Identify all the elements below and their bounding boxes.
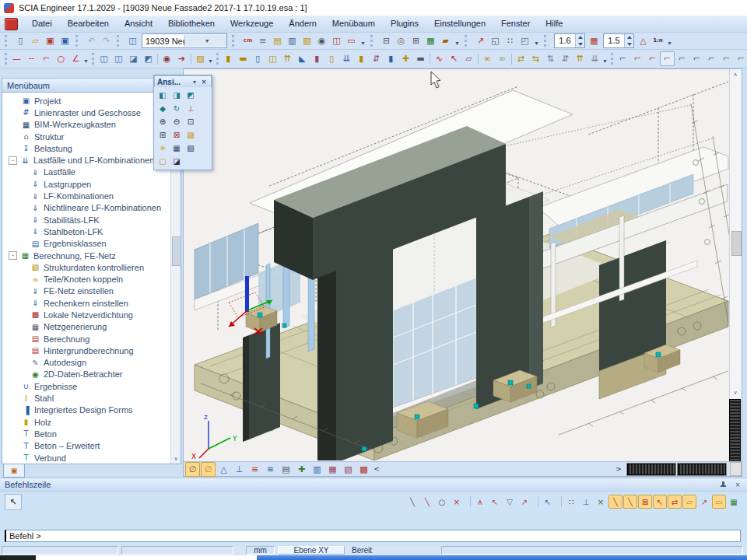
rigid-connection-icon[interactable]: ⌐	[660, 51, 675, 66]
calculator-icon[interactable]: ⊞	[409, 33, 423, 48]
shading-toggle-icon[interactable]: ∅	[185, 462, 200, 477]
column-2-icon[interactable]: ▯	[251, 51, 265, 66]
tree-item-fe-netz-einstellen[interactable]: ⇓FE-Netz einstellen	[2, 285, 181, 297]
project-window-icon[interactable]	[5, 18, 18, 30]
tree-item-ergebnisse[interactable]: ∪Ergebnisse	[2, 380, 181, 392]
view-save-icon[interactable]: ▨	[184, 128, 198, 142]
print-preview-icon[interactable]: ◎	[394, 33, 409, 48]
selection-mode-button[interactable]: ↖	[5, 494, 22, 510]
snap-segment-icon[interactable]: ↗	[517, 495, 531, 509]
toolbar-grip[interactable]	[75, 35, 82, 47]
hinge-2-icon[interactable]: ⌐	[630, 51, 645, 66]
redo-icon[interactable]: ↷	[99, 33, 114, 48]
column-head-icon[interactable]: ▮	[384, 51, 398, 66]
move-3d-icon[interactable]: ↗	[473, 33, 488, 48]
copy-up-icon[interactable]: ⇅	[543, 51, 558, 66]
view-x-icon[interactable]: ◧	[156, 89, 170, 102]
viewport-scroll-up-icon[interactable]: ∧	[731, 70, 740, 79]
status-plane[interactable]: Ebene XY	[278, 546, 345, 555]
dimension-display-icon[interactable]: ≋	[263, 462, 278, 477]
multi-copy-icon[interactable]: ⇈	[573, 51, 587, 66]
animation-bar-2[interactable]	[678, 464, 726, 475]
snap-edge-icon[interactable]: ↖	[653, 495, 667, 509]
load-scale-stepper[interactable]: 1.6	[554, 33, 585, 48]
animation-bar-1[interactable]	[627, 464, 675, 475]
load-display-icon[interactable]: ⊥	[232, 462, 247, 477]
mirror-icon[interactable]: ⇊	[587, 51, 602, 66]
stepper-buttons[interactable]	[575, 34, 584, 47]
toolbar-grip[interactable]	[465, 35, 471, 47]
section-display-icon[interactable]: ▥	[310, 462, 324, 477]
shell-icon[interactable]: ▮	[354, 51, 369, 66]
column-icon[interactable]: ▮	[221, 51, 236, 66]
plate-icon[interactable]: ▮	[310, 51, 324, 66]
workspace-layout-icon[interactable]: ◫	[125, 33, 140, 48]
tree-item-berechnung[interactable]: ▤Berechnung	[2, 333, 181, 345]
toolbar-overflow-icon[interactable]: ▼	[83, 52, 89, 65]
command-input[interactable]: Befehl >	[5, 530, 741, 542]
table-input-icon[interactable]: ▦	[727, 495, 741, 509]
tree-item-2d-daten-betrachter[interactable]: ◉2D-Daten-Betrachter	[2, 369, 181, 380]
snap-polygon-icon[interactable]: ▽	[503, 495, 517, 509]
toolbar-overflow-icon[interactable]: ▼	[208, 52, 213, 65]
section-box-icon[interactable]: ◰	[517, 33, 532, 48]
viewport-scroll-thumb[interactable]	[731, 231, 742, 256]
rib-icon[interactable]: ⇈	[280, 51, 295, 66]
toolbar-grip[interactable]	[5, 35, 11, 47]
copy-prop-icon[interactable]: ◪	[126, 51, 141, 66]
opening-icon[interactable]: ⇊	[339, 51, 354, 66]
tree-item-beton-erweitert[interactable]: TBeton – Erweitert	[2, 440, 181, 452]
tree-item-beton[interactable]: TBeton	[2, 428, 181, 439]
clipboard-icon[interactable]: ▧	[300, 33, 314, 48]
point-grid-icon[interactable]: ∷	[503, 33, 517, 48]
surface-display-icon[interactable]: ▤	[279, 462, 293, 477]
menubaum-tab[interactable]: ▣	[3, 464, 25, 478]
tree-item-berechnung-fe-netz[interactable]: -▦Berechnung, FE-Netz	[2, 250, 181, 261]
toolbar-grip[interactable]	[92, 53, 94, 65]
selection-cursor-icon[interactable]: ↖	[541, 495, 555, 509]
ucs-icon[interactable]: ⊥	[184, 102, 198, 115]
search-members-icon[interactable]: ∞	[480, 51, 495, 66]
search-nodes-icon[interactable]: ∞	[495, 51, 510, 66]
toolbar-grip[interactable]	[232, 35, 238, 47]
load-scale-icon[interactable]: ▦	[587, 33, 601, 48]
tree-item-holz[interactable]: ▮Holz	[2, 416, 181, 428]
menu-menübaum[interactable]: Menübaum	[324, 16, 383, 32]
tree-scroll-down-icon[interactable]: ∨	[171, 454, 181, 464]
tree-item-lokale-netzverdichtung[interactable]: ▩Lokale Netzverdichtung	[2, 309, 181, 320]
zoom-document-icon[interactable]: ◱	[488, 33, 503, 48]
menu-bearbeiten[interactable]: Bearbeiten	[60, 16, 117, 32]
connection-pin-icon[interactable]: ⌐	[689, 51, 704, 66]
tree-item-stahlbeton-lfk[interactable]: ⇓Stahlbeton-LFK	[2, 226, 181, 237]
palette-collapse-icon[interactable]: ▾	[190, 79, 199, 86]
snap-line-icon[interactable]: ╲	[405, 495, 419, 509]
layers-icon[interactable]: ≡	[255, 33, 270, 48]
haunch-icon[interactable]: ◣	[295, 51, 310, 66]
stepper-up-icon[interactable]	[625, 34, 633, 41]
befehlszeile-close-icon[interactable]: ×	[733, 481, 742, 488]
stepper-down-icon[interactable]	[576, 41, 584, 48]
hinge-icon[interactable]: ⌐	[615, 51, 630, 66]
snap-angle-icon[interactable]: ∧	[473, 495, 487, 509]
snap-line-point-icon[interactable]: ╲	[420, 495, 434, 509]
connection-weld-icon[interactable]: ⌐	[704, 51, 719, 66]
select-chain-icon[interactable]: ∿	[432, 51, 447, 66]
visibility-eye-icon[interactable]: ◉	[160, 51, 174, 66]
move-nodes-icon[interactable]: ⇄	[514, 51, 528, 66]
print-icon[interactable]: ⊟	[379, 33, 394, 48]
dashed-line-icon[interactable]: ╌	[24, 51, 39, 66]
snap-midpoint-icon[interactable]: ╲	[623, 495, 637, 509]
tree-item-teile-knoten-koppeln[interactable]: ∞Teile/Knoten koppeln	[2, 273, 181, 285]
pin-icon[interactable]	[720, 481, 727, 488]
beam-icon[interactable]: ▬	[236, 51, 251, 66]
texture-display-icon[interactable]: ▧	[341, 462, 356, 477]
copy-window-icon[interactable]: ◫	[96, 51, 111, 66]
combo-dropdown-icon[interactable]: ▼	[184, 35, 227, 47]
tree-expander-icon[interactable]: -	[9, 156, 17, 165]
tree-item-integriertes-design-forms[interactable]: ▐Integriertes Design Forms	[2, 404, 181, 416]
menu-ansicht[interactable]: Ansicht	[117, 16, 160, 32]
tree-item-lf-kombinationen[interactable]: ⇓LF-Kombinationen	[2, 190, 181, 201]
connection-grid-icon[interactable]: ⌐	[719, 51, 734, 66]
model-3d-canvas[interactable]: z Y X	[184, 69, 730, 460]
snap-extension-icon[interactable]: ↗	[697, 495, 711, 509]
